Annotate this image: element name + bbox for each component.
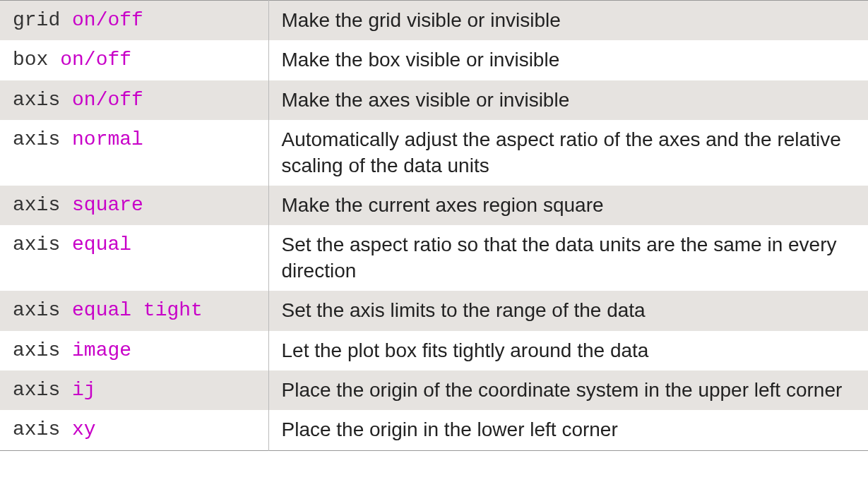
commands-table: grid on/offMake the grid visible or invi… bbox=[0, 0, 868, 451]
description-cell: Make the box visible or invisible bbox=[268, 40, 868, 80]
description-cell: Let the plot box fits tightly around the… bbox=[268, 331, 868, 370]
table-row: axis squareMake the current axes region … bbox=[0, 186, 868, 225]
description-cell: Make the grid visible or invisible bbox=[268, 1, 868, 41]
description-cell: Place the origin in the lower left corne… bbox=[268, 410, 868, 450]
command-cell: grid on/off bbox=[0, 1, 268, 41]
command-cell: axis xy bbox=[0, 410, 268, 450]
description-cell: Place the origin of the coordinate syste… bbox=[268, 370, 868, 410]
command-cell: axis on/off bbox=[0, 80, 268, 120]
table-row: axis ijPlace the origin of the coordinat… bbox=[0, 370, 868, 410]
command-base: grid bbox=[13, 9, 60, 31]
command-base: axis bbox=[13, 89, 60, 111]
command-cell: axis ij bbox=[0, 370, 268, 410]
table-row: axis normalAutomatically adjust the aspe… bbox=[0, 120, 868, 186]
description-cell: Make the current axes region square bbox=[268, 186, 868, 225]
table-row: axis on/offMake the axes visible or invi… bbox=[0, 80, 868, 120]
description-cell: Set the aspect ratio so that the data un… bbox=[268, 225, 868, 291]
table-row: axis equalSet the aspect ratio so that t… bbox=[0, 225, 868, 291]
command-arg: image bbox=[72, 339, 131, 361]
table-row: grid on/offMake the grid visible or invi… bbox=[0, 1, 868, 41]
command-cell: axis normal bbox=[0, 120, 268, 186]
command-cell: axis square bbox=[0, 186, 268, 225]
command-arg: xy bbox=[72, 418, 96, 440]
command-arg: equal bbox=[72, 234, 131, 255]
command-cell: box on/off bbox=[0, 40, 268, 80]
table-row: axis equal tightSet the axis limits to t… bbox=[0, 291, 868, 330]
description-cell: Automatically adjust the aspect ratio of… bbox=[268, 120, 868, 186]
description-cell: Set the axis limits to the range of the … bbox=[268, 291, 868, 330]
command-base: axis bbox=[13, 234, 60, 255]
commands-table-body: grid on/offMake the grid visible or invi… bbox=[0, 1, 868, 451]
command-base: axis bbox=[13, 379, 60, 401]
command-arg: on/off bbox=[72, 9, 143, 31]
table-row: axis imageLet the plot box fits tightly … bbox=[0, 331, 868, 370]
table-row: axis xyPlace the origin in the lower lef… bbox=[0, 410, 868, 450]
command-arg: on/off bbox=[60, 49, 131, 71]
command-cell: axis equal bbox=[0, 225, 268, 291]
command-arg: on/off bbox=[72, 89, 143, 111]
command-cell: axis equal tight bbox=[0, 291, 268, 330]
command-arg: equal tight bbox=[72, 299, 203, 321]
command-base: axis bbox=[13, 128, 60, 150]
command-cell: axis image bbox=[0, 331, 268, 370]
command-arg: normal bbox=[72, 128, 143, 150]
command-arg: ij bbox=[72, 379, 96, 401]
command-base: box bbox=[13, 49, 48, 71]
command-base: axis bbox=[13, 339, 60, 361]
command-base: axis bbox=[13, 194, 60, 216]
command-base: axis bbox=[13, 418, 60, 440]
command-base: axis bbox=[13, 299, 60, 321]
description-cell: Make the axes visible or invisible bbox=[268, 80, 868, 120]
command-arg: square bbox=[72, 194, 143, 216]
table-row: box on/offMake the box visible or invisi… bbox=[0, 40, 868, 80]
